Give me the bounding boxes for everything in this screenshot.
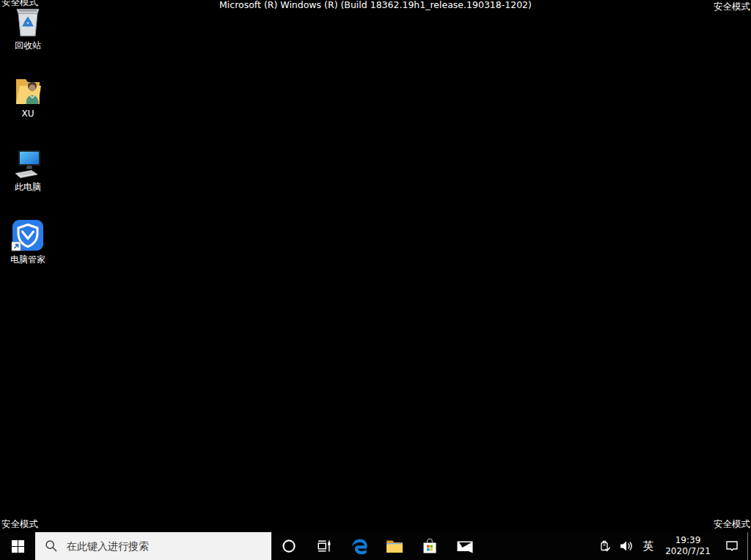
task-view-icon <box>315 537 333 555</box>
desktop-icon-label: 此电脑 <box>15 183 41 192</box>
edge-button[interactable] <box>342 532 377 560</box>
taskbar-search-box[interactable] <box>35 532 271 560</box>
action-center-icon <box>725 539 739 553</box>
windows-logo-icon <box>12 540 24 553</box>
input-method-indicator[interactable]: 英 <box>637 532 659 560</box>
mail-button[interactable] <box>447 532 483 560</box>
input-method-label: 英 <box>643 539 654 553</box>
taskbar: 英 19:39 2020/7/21 <box>0 532 751 560</box>
usb-safely-remove-button[interactable] <box>595 532 615 560</box>
mail-icon <box>455 537 475 556</box>
desktop-icon-pc-manager[interactable]: 电脑管家 <box>0 218 56 265</box>
store-icon <box>420 537 439 556</box>
user-folder-icon <box>10 72 45 107</box>
desktop-icon-recycle-bin[interactable]: 回收站 <box>0 4 56 51</box>
desktop-icon-user-folder[interactable]: XU <box>0 72 56 119</box>
desktop-icon-label: XU <box>21 109 34 119</box>
system-tray: 英 19:39 2020/7/21 <box>595 532 751 560</box>
search-input[interactable] <box>65 539 271 553</box>
desktop-icon-this-pc[interactable]: 此电脑 <box>0 145 56 192</box>
task-view-button[interactable] <box>307 532 342 560</box>
desktop-icon-label: 电脑管家 <box>10 255 45 265</box>
recycle-bin-icon <box>10 4 45 39</box>
store-button[interactable] <box>412 532 447 560</box>
start-button[interactable] <box>0 532 35 560</box>
action-center-button[interactable] <box>717 532 747 560</box>
clock[interactable]: 19:39 2020/7/21 <box>659 532 717 560</box>
windows-build-banner: Microsoft (R) Windows (R) (Build 18362.1… <box>0 0 751 10</box>
safe-mode-label-bottom-left: 安全模式 <box>1 518 38 531</box>
edge-icon <box>350 537 369 556</box>
cortana-button[interactable] <box>271 532 307 560</box>
usb-safely-remove-icon <box>598 539 612 553</box>
file-explorer-button[interactable] <box>377 532 412 560</box>
show-desktop-button[interactable] <box>747 532 751 560</box>
search-icon <box>45 539 58 553</box>
clock-date: 2020/7/21 <box>665 546 711 557</box>
pc-manager-shield-icon <box>10 218 45 253</box>
safe-mode-label-bottom-right: 安全模式 <box>714 518 750 531</box>
file-explorer-icon <box>385 537 404 556</box>
volume-icon <box>619 539 634 553</box>
cortana-icon <box>281 538 297 554</box>
this-pc-icon <box>10 145 45 180</box>
desktop-icon-label: 回收站 <box>15 41 41 51</box>
shortcut-arrow-overlay-icon <box>12 242 21 251</box>
clock-time: 19:39 <box>665 535 711 546</box>
volume-button[interactable] <box>615 532 637 560</box>
